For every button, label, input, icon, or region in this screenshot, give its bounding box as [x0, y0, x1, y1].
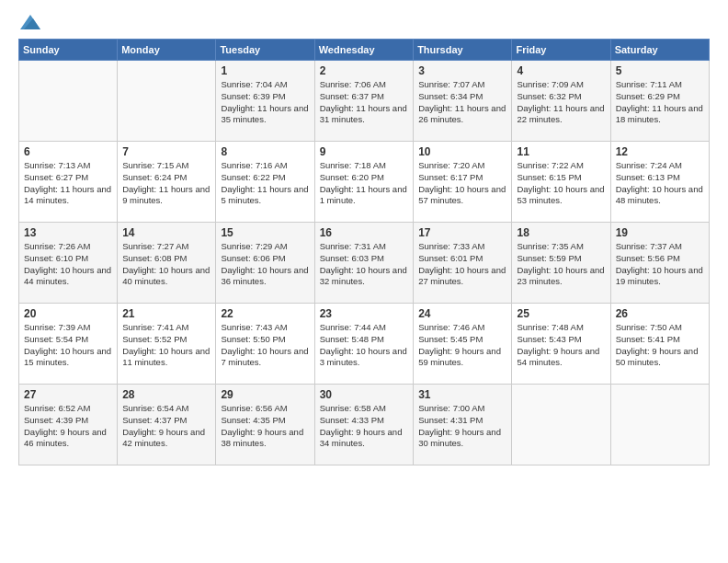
- calendar-cell: [610, 385, 709, 465]
- day-number: 5: [616, 64, 704, 77]
- day-info: Sunrise: 7:43 AMSunset: 5:50 PMDaylight:…: [221, 322, 309, 369]
- calendar-cell: 21Sunrise: 7:41 AMSunset: 5:52 PMDayligh…: [118, 304, 216, 385]
- calendar-cell: 31Sunrise: 7:00 AMSunset: 4:31 PMDayligh…: [414, 385, 512, 465]
- day-number: 28: [122, 388, 210, 401]
- day-info: Sunrise: 7:26 AMSunset: 6:10 PMDaylight:…: [24, 241, 112, 288]
- week-row-3: 13Sunrise: 7:26 AMSunset: 6:10 PMDayligh…: [19, 223, 710, 304]
- day-number: 7: [122, 145, 210, 158]
- calendar-cell: 24Sunrise: 7:46 AMSunset: 5:45 PMDayligh…: [414, 304, 512, 385]
- calendar-cell: 2Sunrise: 7:06 AMSunset: 6:37 PMDaylight…: [314, 61, 413, 142]
- day-info: Sunrise: 7:37 AMSunset: 5:56 PMDaylight:…: [616, 241, 704, 288]
- day-info: Sunrise: 7:00 AMSunset: 4:31 PMDaylight:…: [418, 403, 506, 450]
- day-info: Sunrise: 7:33 AMSunset: 6:01 PMDaylight:…: [418, 241, 506, 288]
- day-number: 6: [24, 145, 112, 158]
- calendar-cell: 18Sunrise: 7:35 AMSunset: 5:59 PMDayligh…: [512, 223, 610, 304]
- day-info: Sunrise: 7:11 AMSunset: 6:29 PMDaylight:…: [616, 79, 704, 126]
- header-wednesday: Wednesday: [314, 40, 413, 61]
- day-info: Sunrise: 7:50 AMSunset: 5:41 PMDaylight:…: [616, 322, 704, 369]
- calendar-cell: [512, 385, 610, 465]
- calendar-cell: 4Sunrise: 7:09 AMSunset: 6:32 PMDaylight…: [512, 61, 610, 142]
- calendar-cell: 17Sunrise: 7:33 AMSunset: 6:01 PMDayligh…: [414, 223, 512, 304]
- day-info: Sunrise: 7:41 AMSunset: 5:52 PMDaylight:…: [122, 322, 210, 369]
- day-number: 27: [24, 388, 112, 401]
- calendar-cell: 5Sunrise: 7:11 AMSunset: 6:29 PMDaylight…: [610, 61, 709, 142]
- calendar-cell: 10Sunrise: 7:20 AMSunset: 6:17 PMDayligh…: [414, 142, 512, 223]
- calendar-cell: 7Sunrise: 7:15 AMSunset: 6:24 PMDaylight…: [118, 142, 216, 223]
- day-info: Sunrise: 7:04 AMSunset: 6:39 PMDaylight:…: [221, 79, 309, 126]
- day-info: Sunrise: 7:48 AMSunset: 5:43 PMDaylight:…: [517, 322, 605, 369]
- day-number: 1: [221, 64, 309, 77]
- day-number: 20: [24, 307, 112, 320]
- calendar-cell: 15Sunrise: 7:29 AMSunset: 6:06 PMDayligh…: [216, 223, 314, 304]
- calendar-cell: 30Sunrise: 6:58 AMSunset: 4:33 PMDayligh…: [314, 385, 413, 465]
- day-info: Sunrise: 7:31 AMSunset: 6:03 PMDaylight:…: [320, 241, 408, 288]
- week-row-4: 20Sunrise: 7:39 AMSunset: 5:54 PMDayligh…: [19, 304, 710, 385]
- day-info: Sunrise: 6:56 AMSunset: 4:35 PMDaylight:…: [221, 403, 309, 450]
- calendar-cell: 28Sunrise: 6:54 AMSunset: 4:37 PMDayligh…: [118, 385, 216, 465]
- day-info: Sunrise: 7:27 AMSunset: 6:08 PMDaylight:…: [122, 241, 210, 288]
- day-number: 3: [418, 64, 506, 77]
- calendar-cell: 25Sunrise: 7:48 AMSunset: 5:43 PMDayligh…: [512, 304, 610, 385]
- day-number: 14: [122, 226, 210, 239]
- day-info: Sunrise: 7:24 AMSunset: 6:13 PMDaylight:…: [616, 160, 704, 207]
- day-info: Sunrise: 7:07 AMSunset: 6:34 PMDaylight:…: [418, 79, 506, 126]
- calendar-cell: 16Sunrise: 7:31 AMSunset: 6:03 PMDayligh…: [314, 223, 413, 304]
- day-info: Sunrise: 7:18 AMSunset: 6:20 PMDaylight:…: [320, 160, 408, 207]
- day-info: Sunrise: 7:13 AMSunset: 6:27 PMDaylight:…: [24, 160, 112, 207]
- calendar-cell: 19Sunrise: 7:37 AMSunset: 5:56 PMDayligh…: [610, 223, 709, 304]
- day-number: 29: [221, 388, 309, 401]
- day-info: Sunrise: 7:46 AMSunset: 5:45 PMDaylight:…: [418, 322, 506, 369]
- day-number: 12: [616, 145, 704, 158]
- calendar-cell: 13Sunrise: 7:26 AMSunset: 6:10 PMDayligh…: [19, 223, 118, 304]
- day-number: 30: [320, 388, 408, 401]
- calendar-cell: 12Sunrise: 7:24 AMSunset: 6:13 PMDayligh…: [610, 142, 709, 223]
- day-info: Sunrise: 7:39 AMSunset: 5:54 PMDaylight:…: [24, 322, 112, 369]
- day-number: 2: [320, 64, 408, 77]
- day-info: Sunrise: 7:15 AMSunset: 6:24 PMDaylight:…: [122, 160, 210, 207]
- week-row-5: 27Sunrise: 6:52 AMSunset: 4:39 PMDayligh…: [19, 385, 710, 465]
- calendar: SundayMondayTuesdayWednesdayThursdayFrid…: [18, 39, 710, 465]
- day-info: Sunrise: 7:29 AMSunset: 6:06 PMDaylight:…: [221, 241, 309, 288]
- calendar-cell: [19, 61, 118, 142]
- day-info: Sunrise: 6:58 AMSunset: 4:33 PMDaylight:…: [320, 403, 408, 450]
- calendar-cell: 26Sunrise: 7:50 AMSunset: 5:41 PMDayligh…: [610, 304, 709, 385]
- calendar-header-row: SundayMondayTuesdayWednesdayThursdayFrid…: [19, 40, 710, 61]
- day-info: Sunrise: 7:20 AMSunset: 6:17 PMDaylight:…: [418, 160, 506, 207]
- day-number: 9: [320, 145, 408, 158]
- calendar-cell: 9Sunrise: 7:18 AMSunset: 6:20 PMDaylight…: [314, 142, 413, 223]
- day-info: Sunrise: 7:09 AMSunset: 6:32 PMDaylight:…: [517, 79, 605, 126]
- day-info: Sunrise: 7:44 AMSunset: 5:48 PMDaylight:…: [320, 322, 408, 369]
- week-row-2: 6Sunrise: 7:13 AMSunset: 6:27 PMDaylight…: [19, 142, 710, 223]
- day-number: 13: [24, 226, 112, 239]
- day-info: Sunrise: 7:06 AMSunset: 6:37 PMDaylight:…: [320, 79, 408, 126]
- header-tuesday: Tuesday: [216, 40, 314, 61]
- header-sunday: Sunday: [19, 40, 118, 61]
- day-number: 8: [221, 145, 309, 158]
- logo-icon: [20, 15, 40, 29]
- calendar-cell: 29Sunrise: 6:56 AMSunset: 4:35 PMDayligh…: [216, 385, 314, 465]
- calendar-cell: 1Sunrise: 7:04 AMSunset: 6:39 PMDaylight…: [216, 61, 314, 142]
- day-number: 18: [517, 226, 605, 239]
- calendar-cell: 23Sunrise: 7:44 AMSunset: 5:48 PMDayligh…: [314, 304, 413, 385]
- header-thursday: Thursday: [414, 40, 512, 61]
- calendar-cell: 8Sunrise: 7:16 AMSunset: 6:22 PMDaylight…: [216, 142, 314, 223]
- day-number: 16: [320, 226, 408, 239]
- calendar-cell: 22Sunrise: 7:43 AMSunset: 5:50 PMDayligh…: [216, 304, 314, 385]
- day-info: Sunrise: 6:52 AMSunset: 4:39 PMDaylight:…: [24, 403, 112, 450]
- calendar-cell: [118, 61, 216, 142]
- day-info: Sunrise: 6:54 AMSunset: 4:37 PMDaylight:…: [122, 403, 210, 450]
- day-info: Sunrise: 7:35 AMSunset: 5:59 PMDaylight:…: [517, 241, 605, 288]
- day-number: 4: [517, 64, 605, 77]
- page-header: [18, 15, 710, 29]
- day-info: Sunrise: 7:16 AMSunset: 6:22 PMDaylight:…: [221, 160, 309, 207]
- day-number: 15: [221, 226, 309, 239]
- day-number: 22: [221, 307, 309, 320]
- calendar-cell: 6Sunrise: 7:13 AMSunset: 6:27 PMDaylight…: [19, 142, 118, 223]
- logo: [18, 15, 40, 29]
- day-number: 25: [517, 307, 605, 320]
- day-number: 19: [616, 226, 704, 239]
- day-number: 17: [418, 226, 506, 239]
- day-number: 11: [517, 145, 605, 158]
- header-friday: Friday: [512, 40, 610, 61]
- day-number: 26: [616, 307, 704, 320]
